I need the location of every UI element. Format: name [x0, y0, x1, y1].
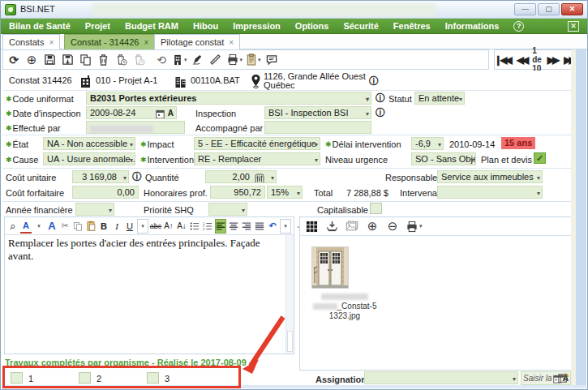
impact-select[interactable]: 5 - EE - Efficacité énergétique▾ [194, 137, 320, 150]
copy-icon[interactable] [72, 219, 84, 234]
save-assignation-icon[interactable] [557, 371, 569, 385]
code-info-icon[interactable]: ⓘ [376, 92, 385, 105]
capitalisable-checkbox[interactable] [370, 203, 382, 214]
statut-select[interactable]: En attente▾ [414, 92, 465, 105]
measure-icon[interactable] [208, 52, 223, 68]
tab-constats[interactable]: Constats× [2, 34, 60, 49]
justify-icon[interactable] [254, 219, 265, 234]
measure-tool-icon[interactable] [255, 172, 264, 183]
honoraires-percent-select[interactable]: 15%▾ [267, 186, 303, 199]
calendar-icon[interactable] [156, 108, 165, 119]
menu-hibou[interactable]: Hibou [193, 21, 218, 31]
tab-close-icon[interactable]: × [49, 38, 54, 47]
maximize-button[interactable]: ▢ [538, 3, 560, 15]
plan-et-devis-checkbox[interactable]: ✓ [534, 152, 546, 164]
close-button[interactable]: ✕ [561, 3, 583, 15]
priorite-shq-select[interactable]: ▾ [208, 203, 247, 216]
align-center-icon[interactable] [228, 219, 239, 234]
cout-forfaitaire-field[interactable]: 0,00 [72, 186, 139, 199]
delete-history-icon[interactable] [114, 52, 128, 68]
align-right-icon[interactable] [241, 219, 252, 234]
clipboard-icon[interactable]: ▾ [246, 52, 261, 68]
etat-select[interactable]: NA - Non accessible▾ [43, 137, 135, 150]
font-color-dropdown-icon[interactable]: ▾ [33, 219, 45, 234]
editor-scrollbar[interactable] [285, 235, 294, 354]
quantite-field[interactable]: 2,00 ▾ [205, 170, 277, 183]
code-uniformat-select[interactable]: B2031 Portes extérieures▾ [86, 92, 371, 105]
import-photo-icon[interactable] [324, 218, 339, 234]
add-icon[interactable]: ⊕ [24, 52, 39, 68]
print-icon[interactable]: ▾ [226, 52, 243, 68]
cout-info-icon[interactable]: ⓘ [132, 170, 142, 183]
close-box-icon[interactable]: ✕ [568, 21, 579, 32]
align-left-icon[interactable] [215, 219, 226, 234]
italic-icon[interactable]: I [111, 219, 122, 234]
font-color-icon[interactable]: A [20, 219, 32, 234]
menu-impression[interactable]: Impression [233, 21, 281, 31]
menu-securite[interactable]: Sécurité [343, 21, 378, 31]
menu-projet[interactable]: Projet [85, 21, 110, 31]
cause-select[interactable]: UA - Usure anormale...▾ [43, 152, 135, 165]
scrollbar-thumb[interactable] [287, 331, 293, 352]
menu-options[interactable]: Options [295, 21, 329, 31]
minimize-button[interactable]: — [514, 3, 536, 15]
nav-next-icon[interactable]: ▶▶ [544, 54, 560, 66]
date-inspection-field[interactable]: 2009-08-24 A [86, 106, 177, 119]
save-icon[interactable] [42, 52, 57, 68]
nav-prev-icon[interactable]: ◀◀ [513, 54, 530, 66]
photo-album-icon[interactable] [345, 218, 359, 234]
tab-pilotage-constat[interactable]: Pilotage constat× [154, 34, 240, 49]
comment-icon[interactable] [264, 52, 279, 68]
grow-font-icon[interactable]: A↑ [163, 219, 174, 234]
zoom-in-icon[interactable]: ⊕ [365, 218, 380, 234]
menu-budget-ram[interactable]: Budget RAM [125, 21, 178, 31]
undo-icon[interactable]: ↶ [267, 219, 278, 234]
refresh-icon[interactable]: ⟳ [6, 52, 21, 68]
intervenant-select[interactable]: ▾ [437, 186, 543, 199]
tab-constat-314426[interactable]: Constat - 314426× [64, 34, 155, 49]
bullet-list-icon[interactable] [189, 219, 200, 234]
inspection-info-icon[interactable]: ⓘ [376, 106, 385, 119]
search-icon[interactable]: ⌕ [7, 219, 19, 234]
zoom-out-icon[interactable]: ⊖ [385, 218, 400, 234]
underline-dropdown-icon[interactable]: ▾ [137, 219, 148, 234]
paste-icon[interactable] [85, 219, 97, 234]
menu-informations[interactable]: Informations [445, 21, 500, 31]
help-icon[interactable]: ? [513, 21, 524, 32]
underline-icon[interactable]: U [124, 219, 135, 234]
building-menu-icon[interactable]: ▾ [172, 52, 187, 68]
numbered-list-icon[interactable]: 123 [202, 219, 213, 234]
tab-close-icon[interactable]: × [144, 38, 148, 47]
cout-unitaire-field[interactable]: 3 169,08▾ [72, 170, 129, 183]
assignation-select[interactable]: ▾ [364, 371, 518, 384]
strikethrough-icon[interactable]: abc [150, 219, 161, 234]
effectue-par-field[interactable] [86, 121, 185, 134]
niveau-urgence-select[interactable]: SO - Sans Objet▾ [411, 152, 476, 165]
nav-first-icon[interactable]: ❙◀◀ [491, 54, 513, 66]
accompagne-par-field[interactable] [264, 121, 371, 134]
responsable-select[interactable]: Service aux immeubles▾ [437, 170, 543, 183]
honoraires-field[interactable]: 950,72 [210, 186, 265, 199]
delete-icon[interactable] [96, 52, 110, 68]
annee-financiere-select[interactable]: ▾ [75, 203, 114, 216]
signature-icon[interactable] [191, 52, 205, 68]
inspection-select[interactable]: BSI - Inspection BSI▾ [264, 106, 371, 119]
photo-thumbnail[interactable] [311, 246, 349, 289]
address-info-icon[interactable]: ⓘ [369, 75, 379, 88]
print-photo-icon[interactable]: ▾ [406, 218, 423, 234]
font-icon[interactable]: A [46, 219, 58, 234]
menu-bilan-de-sante[interactable]: Bilan de Santé [9, 21, 71, 31]
bold-icon[interactable]: B [98, 219, 109, 234]
undo-dropdown-icon[interactable]: ▾ [280, 219, 291, 234]
cut-icon[interactable]: ✂ [59, 219, 71, 234]
menu-fenetres[interactable]: Fenêtres [393, 21, 431, 31]
thumbnail-grid-icon[interactable] [304, 218, 319, 234]
save-close-icon[interactable] [60, 52, 75, 68]
tab-close-icon[interactable]: × [229, 38, 234, 47]
description-text[interactable]: Remplacer les portes d'acier des entrées… [5, 235, 285, 354]
intervention-select[interactable]: RE - Remplacer▾ [194, 152, 320, 165]
copy-icon[interactable] [78, 52, 92, 68]
delai-field[interactable]: -6,9▾ [411, 137, 444, 150]
history-icon[interactable]: ⟲ [154, 52, 169, 68]
shrink-font-icon[interactable]: A↓ [176, 219, 187, 234]
